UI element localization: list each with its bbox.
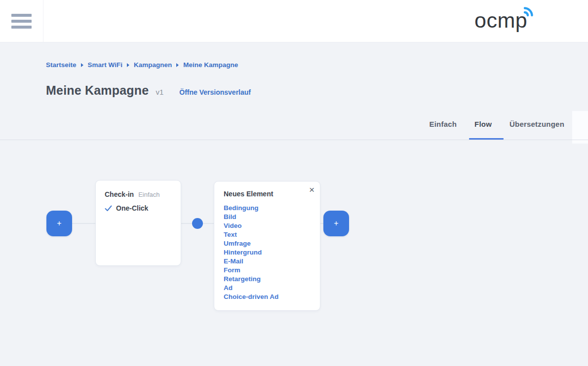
hamburger-icon <box>11 14 32 17</box>
ocmp-logo: ocmp <box>474 3 527 37</box>
new-element-title: Neues Element <box>224 190 311 198</box>
new-element-option-form[interactable]: Form <box>224 266 240 274</box>
flow-node-dot[interactable] <box>192 218 203 229</box>
breadcrumb-link-startseite[interactable]: Startseite <box>46 61 77 69</box>
checkin-option-one-click[interactable]: One-Click <box>105 204 172 212</box>
new-element-popover: × Neues Element Bedingung Bild Video Tex… <box>214 181 320 311</box>
plus-icon: + <box>57 219 61 228</box>
check-icon <box>105 205 112 212</box>
new-element-option-video[interactable]: Video <box>224 222 242 229</box>
breadcrumb-link-meine-kampagne[interactable]: Meine Kampagne <box>183 61 238 69</box>
new-element-option-text[interactable]: Text <box>224 231 237 238</box>
new-element-option-bild[interactable]: Bild <box>224 213 236 220</box>
tab-einfach[interactable]: Einfach <box>430 120 457 128</box>
page: ocmp Startseite Smart WiFi Kampagnen Mei… <box>0 0 588 366</box>
breadcrumb-link-smart-wifi[interactable]: Smart WiFi <box>88 61 122 69</box>
new-element-option-hintergrund[interactable]: Hintergrund <box>224 249 262 256</box>
new-element-option-ad[interactable]: Ad <box>224 284 233 292</box>
hamburger-menu-button[interactable] <box>0 0 43 42</box>
close-icon[interactable]: × <box>309 184 314 195</box>
tab-uebersetzungen[interactable]: Übersetzungen <box>510 120 564 128</box>
add-element-after-button[interactable]: + <box>323 211 349 236</box>
new-element-option-umfrage[interactable]: Umfrage <box>224 240 251 247</box>
app-header: ocmp <box>0 0 588 42</box>
checkin-option-label: One-Click <box>116 204 148 212</box>
new-element-option-retargeting[interactable]: Retargeting <box>224 275 261 283</box>
breadcrumb-separator-icon <box>176 63 179 67</box>
checkin-card-subtitle: Einfach <box>138 191 159 198</box>
new-element-option-bedingung[interactable]: Bedingung <box>224 204 259 212</box>
right-edge-strip <box>572 111 588 144</box>
title-row: Meine Kampagne v1 Öffne Versionsverlauf <box>46 83 251 98</box>
checkin-card-header: Check-in Einfach <box>105 190 172 198</box>
tab-bar-divider <box>0 140 588 140</box>
breadcrumb-separator-icon <box>81 63 83 67</box>
tab-flow[interactable]: Flow <box>474 120 492 128</box>
page-title: Meine Kampagne <box>46 83 149 98</box>
wifi-signal-icon <box>521 6 534 19</box>
add-element-before-button[interactable]: + <box>46 211 72 236</box>
plus-icon: + <box>334 219 338 228</box>
version-history-link[interactable]: Öffne Versionsverlauf <box>179 88 251 96</box>
new-element-option-choice-driven-ad[interactable]: Choice-driven Ad <box>224 293 278 300</box>
version-badge: v1 <box>156 88 163 96</box>
hamburger-icon <box>11 26 32 29</box>
breadcrumb-separator-icon <box>127 63 129 67</box>
new-element-option-email[interactable]: E-Mail <box>224 257 243 265</box>
breadcrumb: Startseite Smart WiFi Kampagnen Meine Ka… <box>46 61 238 69</box>
checkin-card[interactable]: Check-in Einfach One-Click <box>95 180 181 266</box>
logo-text: ocmp <box>474 8 527 32</box>
hamburger-icon <box>11 20 32 23</box>
tab-bar: Einfach Flow Übersetzungen <box>430 120 565 128</box>
breadcrumb-link-kampagnen[interactable]: Kampagnen <box>134 61 172 69</box>
new-element-list: Bedingung Bild Video Text Umfrage Hinter… <box>224 203 311 301</box>
checkin-card-title: Check-in <box>105 190 134 198</box>
